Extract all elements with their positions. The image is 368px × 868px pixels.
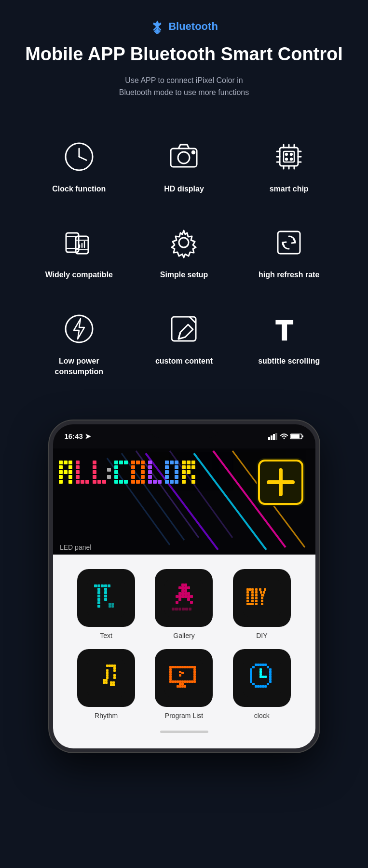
app-item-diy[interactable]: DIY	[228, 569, 296, 639]
svg-rect-240	[112, 684, 115, 686]
svg-rect-169	[184, 589, 187, 592]
svg-rect-290	[267, 666, 269, 668]
svg-rect-277	[179, 683, 181, 685]
svg-rect-131	[191, 461, 195, 464]
svg-rect-233	[103, 679, 105, 681]
clock-icon	[62, 140, 96, 174]
svg-line-3	[79, 157, 86, 160]
svg-rect-212	[264, 588, 266, 591]
phone-status-bar: 16:43 ➤	[53, 424, 315, 448]
svg-rect-204	[251, 603, 254, 605]
phone-status-icons	[268, 433, 304, 440]
svg-rect-103	[141, 475, 145, 479]
svg-rect-299	[250, 678, 252, 680]
svg-rect-268	[181, 680, 184, 683]
svg-rect-307	[259, 685, 262, 688]
svg-rect-112	[158, 480, 162, 484]
feature-custom-content-label: custom content	[155, 356, 213, 366]
app-item-gallery[interactable]: Gallery	[150, 569, 218, 639]
svg-point-22	[290, 153, 292, 155]
svg-rect-115	[165, 470, 169, 474]
app-label-diy: DIY	[256, 632, 267, 639]
svg-rect-248	[184, 666, 186, 668]
svg-rect-281	[181, 685, 184, 688]
svg-rect-116	[165, 475, 169, 479]
svg-rect-96	[131, 470, 135, 474]
app-item-clock[interactable]: clock	[228, 649, 296, 719]
app-icon-clock[interactable]	[233, 649, 291, 707]
svg-rect-228	[106, 672, 109, 674]
svg-rect-182	[176, 601, 178, 604]
refresh-icon-wrap	[270, 223, 308, 262]
svg-rect-91	[124, 461, 128, 464]
svg-rect-219	[261, 603, 263, 605]
svg-rect-267	[179, 680, 181, 683]
header-section: Bluetooth Mobile APP Bluetooth Smart Con…	[0, 0, 368, 108]
svg-rect-262	[193, 678, 196, 680]
svg-rect-170	[178, 592, 181, 595]
svg-rect-148	[97, 591, 100, 594]
svg-rect-92	[119, 480, 123, 484]
features-grid: Clock function HD display	[0, 108, 368, 402]
svg-rect-85	[114, 461, 118, 464]
svg-rect-210	[255, 603, 258, 605]
svg-rect-113	[165, 461, 169, 464]
svg-rect-157	[109, 603, 111, 605]
svg-rect-184	[172, 608, 175, 610]
svg-rect-286	[259, 664, 262, 666]
svg-rect-72	[76, 475, 80, 479]
svg-rect-76	[93, 461, 96, 464]
app-icon-text[interactable]	[77, 569, 135, 627]
feature-low-power: Low power consumption	[29, 300, 129, 392]
app-icon-gallery[interactable]	[155, 569, 213, 627]
svg-rect-44	[275, 433, 277, 440]
svg-rect-152	[97, 605, 100, 608]
svg-rect-156	[104, 598, 107, 601]
svg-marker-0	[154, 21, 161, 34]
app-label-rhythm: Rhythm	[95, 712, 118, 719]
app-icon-program-list[interactable]	[155, 649, 213, 707]
app-label-clock: clock	[254, 712, 270, 719]
svg-rect-163	[184, 583, 187, 586]
svg-rect-164	[178, 586, 181, 589]
app-icon-rhythm[interactable]	[77, 649, 135, 707]
svg-rect-289	[252, 666, 255, 668]
feature-simple-setup: Simple setup	[134, 214, 234, 295]
svg-rect-193	[246, 594, 249, 597]
diy-app-icon	[243, 579, 281, 617]
svg-rect-81	[97, 480, 101, 484]
app-icon-diy[interactable]	[233, 569, 291, 627]
edit-icon	[167, 312, 201, 346]
app-label-text: Text	[100, 632, 112, 639]
svg-rect-125	[182, 461, 186, 464]
lightning-icon	[62, 312, 96, 346]
feature-clock: Clock function	[29, 128, 129, 209]
app-item-rhythm[interactable]: Rhythm	[72, 649, 140, 719]
svg-point-34	[179, 238, 189, 247]
svg-rect-273	[193, 680, 196, 683]
svg-rect-64	[68, 461, 72, 464]
phone-time: 16:43 ➤	[65, 432, 92, 441]
svg-rect-312	[259, 673, 262, 676]
svg-rect-143	[97, 584, 100, 587]
svg-rect-223	[111, 665, 113, 667]
svg-point-5	[178, 152, 190, 163]
svg-rect-227	[106, 669, 109, 672]
svg-rect-168	[181, 589, 184, 592]
svg-rect-243	[172, 666, 174, 668]
svg-rect-292	[269, 668, 272, 671]
svg-rect-236	[105, 681, 108, 684]
app-item-program-list[interactable]: Program List	[150, 649, 218, 719]
svg-rect-224	[113, 665, 116, 667]
svg-rect-119	[175, 461, 178, 464]
refresh-icon	[272, 226, 306, 259]
svg-rect-78	[93, 470, 96, 474]
svg-rect-95	[131, 465, 135, 469]
main-title: Mobile APP Bluetooth Smart Control	[14, 43, 354, 66]
svg-rect-179	[190, 595, 193, 598]
svg-rect-167	[187, 586, 190, 589]
svg-rect-275	[181, 672, 184, 674]
svg-rect-218	[261, 600, 263, 602]
app-item-text[interactable]: Text	[72, 569, 140, 639]
svg-rect-122	[175, 475, 178, 479]
